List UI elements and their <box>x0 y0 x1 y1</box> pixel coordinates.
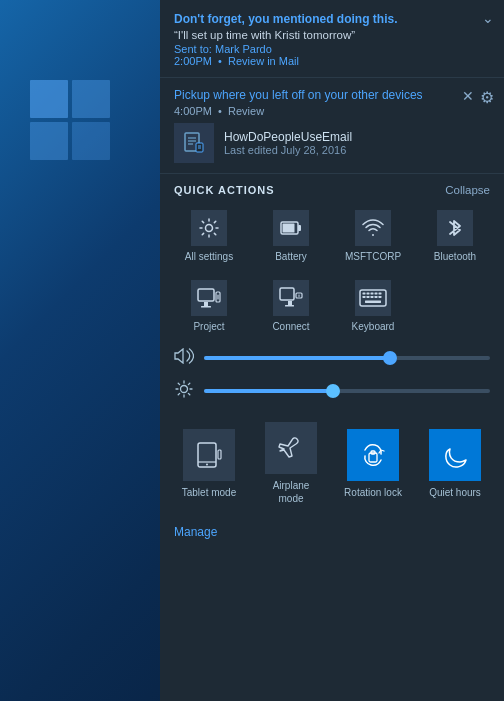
collapse-button[interactable]: Collapse <box>445 184 490 196</box>
svg-point-33 <box>181 386 188 393</box>
quick-btn-project[interactable]: Project <box>168 272 250 338</box>
svg-line-39 <box>188 393 189 394</box>
svg-rect-23 <box>367 293 370 295</box>
svg-rect-10 <box>298 225 301 231</box>
notification-2-review[interactable]: Review <box>228 105 264 117</box>
notification-2-title: Pickup where you left off on your other … <box>174 88 490 102</box>
msftcorp-icon <box>355 210 391 246</box>
notification-2-gear[interactable]: ⚙ <box>480 88 494 107</box>
volume-svg <box>174 348 194 364</box>
svg-rect-27 <box>363 296 366 298</box>
svg-rect-16 <box>280 288 294 300</box>
quick-grid-row1: All settings Battery <box>160 202 504 268</box>
svg-rect-30 <box>375 296 378 298</box>
volume-track[interactable] <box>204 356 490 360</box>
svg-rect-11 <box>198 289 214 301</box>
notification-2-close[interactable]: ✕ <box>462 88 474 104</box>
tile-btn-quiet-hours[interactable]: Quiet hours <box>414 414 496 511</box>
battery-svg <box>280 220 302 236</box>
svg-rect-45 <box>218 450 221 459</box>
keyboard-label: Keyboard <box>352 321 395 332</box>
volume-thumb <box>383 351 397 365</box>
svg-rect-26 <box>379 293 382 295</box>
svg-rect-31 <box>379 296 382 298</box>
svg-rect-22 <box>363 293 366 295</box>
moon-svg <box>442 442 468 468</box>
quick-actions-header: QUICK ACTIONS Collapse <box>160 174 504 202</box>
bluetooth-svg <box>447 216 463 240</box>
quick-btn-bluetooth[interactable]: Bluetooth <box>414 202 496 268</box>
battery-icon <box>273 210 309 246</box>
volume-icon <box>174 348 194 368</box>
tablet-svg <box>196 442 222 468</box>
doc-sub: Last edited July 28, 2016 <box>224 144 352 156</box>
notification-1-sent: Sent to: Mark Pardo <box>174 43 272 55</box>
brightness-svg <box>175 380 193 398</box>
svg-rect-17 <box>288 301 292 305</box>
connect-svg <box>279 287 303 309</box>
svg-rect-29 <box>371 296 374 298</box>
wifi-svg <box>362 217 384 239</box>
doc-card[interactable]: HowDoPeopleUseEmail Last edited July 28,… <box>174 123 490 163</box>
airplane-mode-label: Airplanemode <box>273 479 310 505</box>
quiet-hours-label: Quiet hours <box>429 486 481 499</box>
svg-point-7 <box>206 225 213 232</box>
brightness-icon <box>174 380 194 402</box>
logo-pane-bl <box>30 122 68 160</box>
gear-svg <box>198 217 220 239</box>
action-center-panel: Don't forget, you mentioned doing this. … <box>160 0 504 701</box>
rotation-lock-icon <box>347 429 399 481</box>
doc-icon <box>174 123 214 163</box>
svg-rect-32 <box>365 301 381 304</box>
quick-btn-msftcorp[interactable]: MSFTCORP <box>332 202 414 268</box>
keyboard-svg <box>359 289 387 307</box>
brightness-fill <box>204 389 333 393</box>
bottom-tiles: Tablet mode Airplanemode Rot <box>160 408 504 511</box>
svg-line-41 <box>188 383 189 384</box>
notification-1-title: Don't forget, you mentioned doing this. <box>174 12 490 26</box>
rotation-lock-label: Rotation lock <box>344 486 402 499</box>
logo-pane-tr <box>72 80 110 118</box>
doc-title: HowDoPeopleUseEmail <box>224 130 352 144</box>
svg-rect-12 <box>204 302 208 306</box>
battery-label: Battery <box>275 251 307 262</box>
tile-btn-rotation-lock[interactable]: Rotation lock <box>332 414 414 511</box>
rotation-svg <box>360 442 386 468</box>
svg-rect-42 <box>198 443 216 467</box>
tile-btn-airplane-mode[interactable]: Airplanemode <box>250 414 332 511</box>
svg-rect-9 <box>283 224 295 233</box>
keyboard-icon <box>355 280 391 316</box>
brightness-thumb <box>326 384 340 398</box>
volume-fill <box>204 356 390 360</box>
notification-1-time: 2:00PM <box>174 55 212 67</box>
notification-2: Pickup where you left off on your other … <box>160 78 504 174</box>
bluetooth-label: Bluetooth <box>434 251 476 262</box>
project-icon <box>191 280 227 316</box>
all-settings-label: All settings <box>185 251 233 262</box>
quiet-hours-icon <box>429 429 481 481</box>
quick-btn-all-settings[interactable]: All settings <box>168 202 250 268</box>
svg-rect-13 <box>201 306 211 308</box>
notification-1: Don't forget, you mentioned doing this. … <box>160 0 504 78</box>
quick-btn-keyboard[interactable]: Keyboard <box>332 272 414 338</box>
quick-btn-battery[interactable]: Battery <box>250 202 332 268</box>
document-svg <box>182 131 206 155</box>
svg-point-44 <box>206 463 208 465</box>
tablet-mode-icon <box>183 429 235 481</box>
logo-pane-tl <box>30 80 68 118</box>
brightness-slider-row <box>160 374 504 408</box>
quick-grid-row2: Project Connect <box>160 272 504 338</box>
svg-line-38 <box>178 383 179 384</box>
notification-1-review[interactable]: Review in Mail <box>228 55 299 67</box>
quick-btn-connect[interactable]: Connect <box>250 272 332 338</box>
notification-1-meta: Sent to: Mark Pardo 2:00PM • Review in M… <box>174 43 490 67</box>
brightness-track[interactable] <box>204 389 490 393</box>
quick-actions-label: QUICK ACTIONS <box>174 184 275 196</box>
svg-rect-25 <box>375 293 378 295</box>
notification-1-chevron[interactable]: ⌄ <box>482 10 494 26</box>
tile-btn-tablet-mode[interactable]: Tablet mode <box>168 414 250 511</box>
manage-link[interactable]: Manage <box>160 515 504 549</box>
connect-label: Connect <box>272 321 309 332</box>
logo-pane-br <box>72 122 110 160</box>
volume-slider-row <box>160 342 504 374</box>
